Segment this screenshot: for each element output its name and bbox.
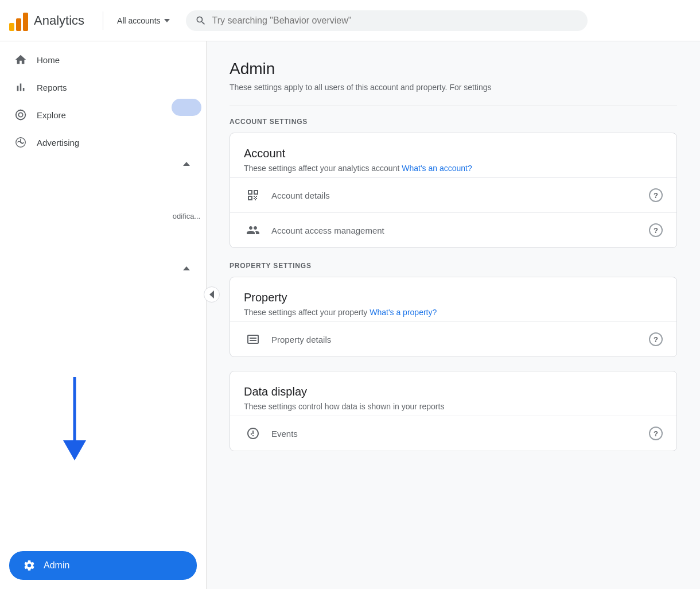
app-title: Analytics xyxy=(34,13,84,28)
property-settings-header: PROPERTY SETTINGS xyxy=(230,262,677,270)
sidebar-item-advertising-label: Advertising xyxy=(37,138,79,148)
page-title: Admin xyxy=(230,60,677,78)
events-icon xyxy=(244,424,262,443)
account-access-item[interactable]: Account access management ? xyxy=(230,212,676,247)
account-details-item[interactable]: Account details ? xyxy=(230,177,676,212)
sidebar-item-home-label: Home xyxy=(37,55,60,65)
logo-bar-1 xyxy=(9,23,14,31)
account-whats-link[interactable]: What's an account? xyxy=(402,164,472,173)
account-card: Account These settings affect your analy… xyxy=(230,133,677,248)
events-help-icon[interactable]: ? xyxy=(649,427,663,440)
property-card: Property These settings affect your prop… xyxy=(230,277,677,357)
home-icon xyxy=(14,53,28,67)
account-details-help-icon[interactable]: ? xyxy=(649,188,663,202)
reports-icon xyxy=(14,80,28,94)
data-display-card-title: Data display xyxy=(244,385,663,398)
account-selector-text: All accounts xyxy=(117,16,160,25)
account-details-label: Account details xyxy=(271,191,640,200)
events-item[interactable]: Events ? xyxy=(230,416,676,451)
main-content: Admin These settings apply to all users … xyxy=(207,41,700,589)
header-divider xyxy=(103,11,103,30)
logo-bar-2 xyxy=(16,18,21,31)
app-logo: Analytics xyxy=(9,10,84,31)
panel-collapse-2[interactable] xyxy=(183,266,190,270)
main-layout: Home Reports xyxy=(0,41,700,589)
property-card-header: Property These settings affect your prop… xyxy=(230,277,676,321)
chevron-left-icon xyxy=(209,290,214,299)
panel-collapse-1[interactable] xyxy=(183,162,190,166)
explore-icon xyxy=(14,108,28,122)
data-display-card-description: These settings control how data is shown… xyxy=(244,402,663,411)
page-subtitle: These settings apply to all users of thi… xyxy=(230,83,677,92)
sidebar-item-home[interactable]: Home xyxy=(0,46,206,73)
search-bar[interactable] xyxy=(186,10,588,31)
logo-bar-3 xyxy=(23,13,28,31)
property-details-label: Property details xyxy=(271,335,640,344)
admin-button[interactable]: Admin xyxy=(9,551,197,580)
property-whats-link[interactable]: What's a property? xyxy=(370,308,437,317)
property-card-description: These settings affect your property What… xyxy=(244,308,663,317)
property-details-help-icon[interactable]: ? xyxy=(649,332,663,346)
property-card-title: Property xyxy=(244,291,663,304)
chevron-up-icon-2 xyxy=(183,266,190,270)
admin-button-label: Admin xyxy=(44,560,69,571)
sidebar-collapse-button[interactable] xyxy=(204,286,220,303)
section-divider-1 xyxy=(230,106,677,106)
account-access-label: Account access management xyxy=(271,226,640,235)
search-icon xyxy=(195,15,207,26)
logo-bars-icon xyxy=(9,10,28,31)
account-details-icon xyxy=(244,186,262,204)
account-card-description: These settings affect your analytics acc… xyxy=(244,164,663,173)
events-label: Events xyxy=(271,429,640,439)
property-details-icon xyxy=(244,330,262,348)
panel-toggle-1[interactable] xyxy=(172,99,201,116)
panel-controls: odifica... xyxy=(172,87,201,270)
chevron-up-icon-1 xyxy=(183,162,190,166)
data-display-card: Data display These settings control how … xyxy=(230,371,677,451)
access-management-icon xyxy=(244,221,262,239)
app-header: Analytics All accounts xyxy=(0,0,700,41)
advertising-icon xyxy=(14,135,28,149)
sidebar-item-reports-label: Reports xyxy=(37,83,67,92)
sidebar-item-explore-label: Explore xyxy=(37,110,66,120)
gear-icon xyxy=(23,559,36,572)
svg-point-0 xyxy=(16,110,26,120)
chevron-down-icon xyxy=(164,19,170,22)
sidebar: Home Reports xyxy=(0,41,207,589)
account-selector[interactable]: All accounts xyxy=(112,13,174,29)
account-access-help-icon[interactable]: ? xyxy=(649,223,663,237)
data-display-card-header: Data display These settings control how … xyxy=(230,371,676,416)
account-card-title: Account xyxy=(244,147,663,160)
account-settings-header: ACCOUNT SETTINGS xyxy=(230,118,677,126)
search-input[interactable] xyxy=(212,16,578,26)
panel-text-1: odifica... xyxy=(173,212,200,220)
account-card-header: Account These settings affect your analy… xyxy=(230,133,676,177)
property-details-item[interactable]: Property details ? xyxy=(230,321,676,356)
